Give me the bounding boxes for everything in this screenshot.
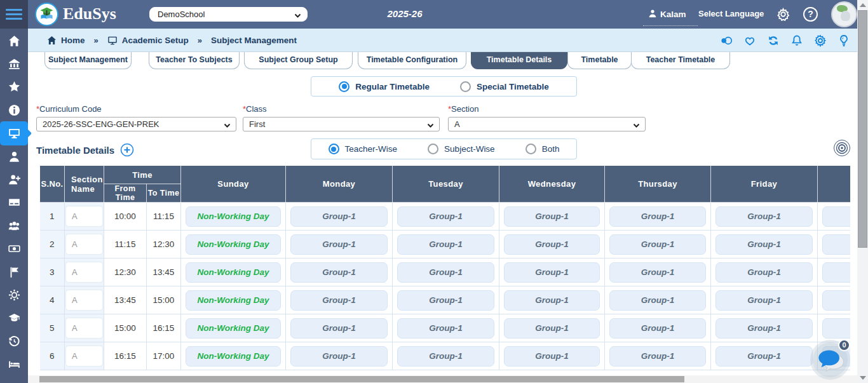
section-input[interactable]: A (66, 318, 102, 338)
sidebar-item-info-icon[interactable] (0, 98, 28, 121)
select-language-button[interactable]: Select Language (698, 9, 764, 18)
cell-to-time[interactable]: 16:15 (147, 314, 181, 342)
breadcrumb-item-academic-setup[interactable]: Academic Setup (122, 36, 189, 45)
sidebar-item-sun-gear-icon[interactable] (0, 283, 28, 306)
sidebar-item-banknote-icon[interactable] (0, 238, 28, 260)
day-slot-button[interactable]: Non-Working Day (186, 290, 281, 311)
day-slot-button[interactable]: Group-1 (397, 318, 494, 339)
sidebar-item-user-add-icon[interactable] (0, 168, 28, 191)
refresh-icon[interactable] (767, 34, 780, 47)
section-input[interactable]: A (66, 290, 102, 310)
day-slot-button[interactable]: Group-1 (822, 290, 850, 311)
radio-subject-wise[interactable]: Subject-Wise (428, 144, 495, 154)
day-slot-button[interactable]: Group-1 (504, 262, 600, 283)
vertical-scrollbar[interactable] (857, 0, 868, 383)
day-slot-button[interactable]: Group-1 (609, 318, 706, 339)
sidebar-item-user-icon[interactable] (0, 145, 28, 168)
sidebar-item-flag-icon[interactable] (0, 260, 28, 283)
day-slot-button[interactable]: Group-1 (822, 234, 850, 255)
day-slot-button[interactable]: Group-1 (822, 262, 850, 283)
radio-teacher-wise[interactable]: Teacher-Wise (329, 144, 398, 154)
sidebar-item-users-icon[interactable] (0, 214, 28, 237)
day-slot-button[interactable]: Group-1 (397, 234, 494, 255)
day-slot-button[interactable]: Non-Working Day (186, 234, 281, 255)
sidebar-item-history-icon[interactable] (0, 330, 28, 353)
avatar[interactable] (831, 1, 857, 27)
day-slot-button[interactable]: Non-Working Day (186, 206, 281, 227)
chat-widget[interactable]: 0 (811, 340, 851, 379)
day-slot-button[interactable]: Group-1 (290, 234, 388, 255)
sidebar-item-star-icon[interactable] (0, 76, 28, 98)
bell-icon[interactable] (790, 34, 803, 47)
add-icon[interactable] (120, 143, 134, 157)
cell-from-time[interactable]: 16:15 (104, 342, 147, 370)
day-slot-button[interactable]: Group-1 (609, 206, 706, 227)
day-slot-button[interactable]: Group-1 (504, 318, 600, 339)
day-slot-button[interactable]: Group-1 (715, 206, 813, 227)
cell-from-time[interactable]: 12:30 (104, 259, 147, 286)
day-slot-button[interactable]: Group-1 (504, 206, 600, 227)
radio-regular-timetable[interactable]: Regular Timetable (339, 81, 430, 92)
select-curriculum-code[interactable]: 2025-26-SSC-ENG-GEN-PREK (36, 117, 236, 131)
day-slot-button[interactable]: Group-1 (609, 290, 706, 311)
day-slot-button[interactable]: Group-1 (715, 318, 813, 339)
day-slot-button[interactable]: Group-1 (504, 290, 600, 311)
radio-button[interactable] (460, 81, 471, 92)
tab-timetable[interactable]: Timetable (567, 52, 632, 69)
tab-timetable-configuration[interactable]: Timetable Configuration (358, 52, 466, 69)
day-slot-button[interactable]: Group-1 (397, 346, 494, 366)
day-slot-button[interactable]: Group-1 (822, 318, 850, 339)
radio-button[interactable] (339, 81, 349, 92)
heart-icon[interactable] (743, 34, 756, 47)
section-input[interactable]: A (66, 346, 102, 366)
cell-to-time[interactable]: 12:30 (147, 231, 181, 259)
horizontal-scrollbar-thumb[interactable] (39, 376, 684, 382)
day-slot-button[interactable]: Group-1 (822, 206, 850, 227)
target-icon[interactable] (833, 139, 851, 157)
day-slot-button[interactable]: Group-1 (504, 346, 600, 366)
sidebar-item-graduation-cap-icon[interactable] (0, 307, 28, 330)
tab-subject-group-setup[interactable]: Subject Group Setup (244, 52, 353, 69)
lightbulb-icon[interactable] (837, 34, 850, 47)
sidebar-item-book-icon[interactable] (0, 376, 28, 383)
day-slot-button[interactable]: Group-1 (397, 206, 494, 227)
day-slot-button[interactable]: Non-Working Day (186, 262, 281, 283)
radio-special-timetable[interactable]: Special Timetable (460, 81, 549, 92)
section-input[interactable]: A (66, 262, 102, 282)
section-input[interactable]: A (66, 206, 102, 226)
select-section[interactable]: A (448, 117, 646, 131)
radio-button[interactable] (329, 144, 339, 154)
day-slot-button[interactable]: Non-Working Day (186, 346, 281, 366)
sidebar-item-monitor-icon[interactable] (0, 122, 28, 145)
day-slot-button[interactable]: Group-1 (715, 262, 813, 283)
day-slot-button[interactable]: Group-1 (290, 206, 388, 227)
scroll-up-arrow[interactable] (860, 3, 866, 7)
day-slot-button[interactable]: Group-1 (397, 262, 494, 283)
cell-from-time[interactable]: 15:00 (104, 314, 147, 342)
horizontal-scrollbar[interactable] (28, 375, 857, 383)
radio-button[interactable] (428, 144, 438, 154)
day-slot-button[interactable]: Group-1 (290, 290, 388, 311)
day-slot-button[interactable]: Group-1 (290, 262, 388, 283)
day-slot-button[interactable]: Group-1 (290, 318, 388, 339)
hamburger-menu-icon[interactable] (6, 9, 22, 20)
cell-to-time[interactable]: 11:15 (147, 203, 181, 231)
cell-to-time[interactable]: 13:45 (147, 259, 181, 286)
sidebar-item-bank-icon[interactable] (0, 52, 28, 75)
sidebar-item-id-card-icon[interactable] (0, 191, 28, 214)
day-slot-button[interactable]: Non-Working Day (186, 318, 281, 339)
day-slot-button[interactable]: Group-1 (715, 346, 813, 366)
scroll-down-arrow[interactable] (860, 376, 866, 380)
cell-to-time[interactable]: 15:00 (147, 286, 181, 314)
gear-icon[interactable] (814, 34, 827, 47)
vertical-scrollbar-thumb[interactable] (858, 10, 867, 248)
day-slot-button[interactable]: Group-1 (290, 346, 388, 366)
tab-timetable-details[interactable]: Timetable Details (471, 52, 567, 69)
school-select[interactable]: DemoSchool (149, 7, 308, 22)
day-slot-button[interactable]: Group-1 (609, 262, 706, 283)
help-icon[interactable]: ? (803, 7, 818, 22)
section-input[interactable]: A (66, 234, 102, 254)
day-slot-button[interactable]: Group-1 (609, 234, 706, 255)
user-menu[interactable]: Kalam (648, 9, 686, 20)
day-slot-button[interactable]: Group-1 (609, 346, 706, 366)
